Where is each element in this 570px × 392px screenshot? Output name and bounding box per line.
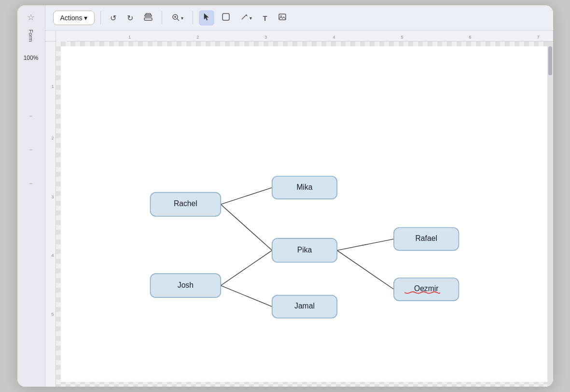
edge-rachel-pika (221, 204, 272, 250)
redo-button[interactable]: ↻ (124, 11, 137, 25)
ruler-v: 1 2 3 4 5 (45, 42, 56, 387)
select-icon (202, 13, 211, 23)
svg-rect-9 (279, 14, 286, 20)
scrollbar-v[interactable] (547, 42, 553, 387)
svg-rect-7 (222, 14, 229, 20)
zoom-percent-label: 100% (24, 55, 39, 61)
stamp-icon (144, 13, 153, 23)
svg-rect-1 (146, 14, 151, 15)
toolbar-sep-1 (100, 11, 101, 25)
text-icon: T (263, 14, 267, 22)
diagram-svg: Rachel Josh Mika Pika Jamal (61, 46, 548, 382)
actions-button[interactable]: Actions ▾ (53, 11, 95, 25)
line-tool-button[interactable]: ▾ (237, 10, 255, 26)
actions-chevron: ▾ (84, 14, 87, 22)
edge-josh-pika (221, 251, 272, 286)
shape-icon (222, 13, 230, 23)
text-tool-button[interactable]: T (259, 12, 270, 25)
image-tool-button[interactable] (275, 10, 290, 26)
stamp-button[interactable] (140, 10, 156, 26)
canvas-area[interactable]: Rachel Josh Mika Pika Jamal (56, 42, 553, 387)
edge-pika-oezmir (337, 251, 394, 290)
scrollbar-thumb[interactable] (548, 46, 552, 75)
page-area: Rachel Josh Mika Pika Jamal (61, 46, 548, 382)
undo-icon: ↺ (110, 14, 116, 23)
app-title-label: Form (28, 29, 34, 42)
line-chevron-icon: ▾ (250, 15, 252, 21)
node-pika-label: Pika (297, 246, 312, 254)
toolbar-sep-3 (193, 11, 193, 25)
shape-tool-button[interactable] (218, 10, 234, 26)
ruler-h-row: 1 2 3 4 5 6 7 (45, 31, 553, 42)
svg-rect-2 (144, 18, 152, 20)
svg-point-10 (280, 15, 282, 17)
zoom-chevron-icon: ▾ (181, 15, 183, 21)
ruler-h-ticks (67, 31, 553, 42)
svg-line-4 (177, 19, 179, 21)
ruler-corner (45, 31, 56, 42)
image-icon (278, 13, 287, 23)
ruler-v-4: 4 (51, 253, 54, 258)
left-sidebar: ☆ Form 100% ─ ─ ─ (17, 5, 45, 387)
toolbar: Actions ▾ ↺ ↻ (45, 5, 553, 31)
actions-label: Actions (60, 14, 83, 22)
node-rafael-label: Rafael (415, 234, 437, 242)
app-window: ☆ Form 100% ─ ─ ─ Actions ▾ ↺ ↻ (17, 5, 553, 387)
toolbar-sep-2 (162, 11, 162, 25)
node-mika-label: Mika (296, 183, 312, 191)
ruler-v-1: 1 (51, 84, 54, 89)
ruler-v-5: 5 (51, 312, 54, 317)
zoom-icon (171, 13, 180, 23)
node-josh-label: Josh (177, 281, 193, 289)
ruler-v-3: 3 (51, 195, 54, 199)
edge-rachel-mika (221, 188, 272, 205)
select-tool-button[interactable] (199, 10, 214, 26)
redo-icon: ↻ (127, 14, 133, 23)
node-rachel-label: Rachel (173, 199, 197, 208)
undo-button[interactable]: ↺ (107, 11, 120, 25)
ruler-v-2: 2 (51, 136, 54, 140)
ruler-v-sidebar: ─ ─ ─ (29, 113, 32, 186)
main-area: Actions ▾ ↺ ↻ (45, 5, 553, 387)
canvas-wrapper: 1 2 3 4 5 (45, 42, 553, 387)
ruler-h: 1 2 3 4 5 6 7 (67, 31, 553, 42)
line-icon (241, 13, 250, 23)
node-jamal-label: Jamal (294, 302, 315, 310)
edge-josh-jamal (221, 285, 272, 307)
zoom-button[interactable]: ▾ (168, 11, 187, 26)
edge-pika-rafael (337, 239, 394, 251)
star-icon: ☆ (27, 12, 35, 23)
